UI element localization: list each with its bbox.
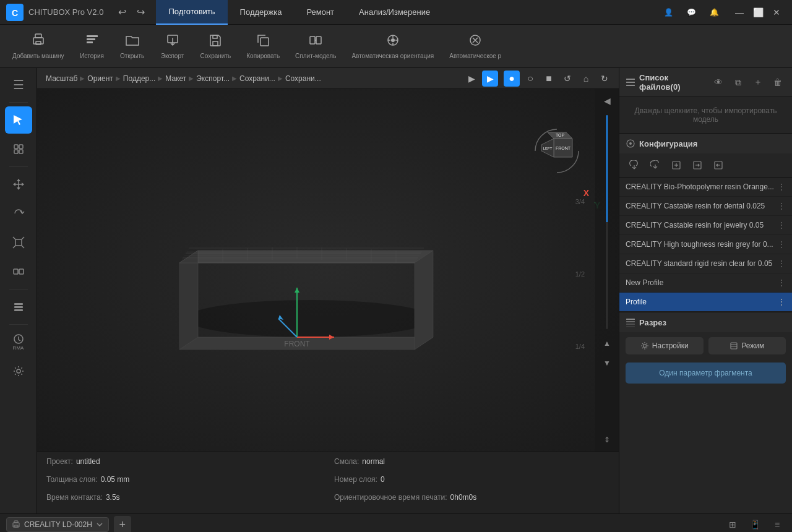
add-machine-button[interactable]: Добавить машину	[6, 29, 71, 63]
breadcrumb-item-orient[interactable]: Ориент	[85, 74, 116, 83]
folder-icon	[125, 33, 140, 51]
svg-rect-11	[213, 35, 217, 38]
svg-text:TOP: TOP	[556, 133, 565, 137]
sidebar-rma-tool[interactable]: RMA	[5, 328, 32, 356]
bc-solid-view[interactable]: ■	[541, 71, 557, 87]
sidebar-layer-tool[interactable]	[5, 293, 32, 320]
breadcrumb-item-scale[interactable]: Масштаб	[43, 74, 80, 83]
profile-item-profile[interactable]: Profile ⋮	[619, 293, 792, 312]
slice-action-button[interactable]: Один параметр фрагмента	[626, 363, 786, 384]
sidebar-select-tool[interactable]	[5, 106, 32, 134]
svg-rect-97	[731, 343, 737, 349]
collapse-right-btn[interactable]: ◀	[598, 92, 616, 109]
3d-viewport[interactable]: FRONT TOP FRONT LEFT	[37, 89, 619, 452]
expand-down-btn[interactable]: ⇕	[598, 431, 616, 448]
profile-item-creality-high[interactable]: CREALITY High toughness resin grey for 0…	[619, 235, 792, 254]
sidebar-rotate-tool[interactable]	[5, 200, 32, 227]
profile-item-creality-bio[interactable]: CREALITY Bio-Photopolymer resin Orange..…	[619, 178, 792, 197]
rp-icon-add[interactable]: ＋	[750, 74, 766, 90]
profile-item-creality-jewelry[interactable]: CREALITY Castable resin for jewelry 0.05…	[619, 216, 792, 235]
sidebar-menu-button[interactable]: ☰	[5, 71, 32, 98]
open-button[interactable]: Открыть	[114, 29, 151, 63]
rp-icon-eye[interactable]: 👁	[710, 74, 726, 90]
breadcrumb-item-support[interactable]: Поддер...	[121, 74, 158, 83]
message-icon-btn[interactable]: 💬	[681, 2, 701, 22]
split-icon	[308, 33, 323, 51]
svg-text:LEFT: LEFT	[543, 147, 553, 150]
sidebar-cursor-tool[interactable]	[5, 135, 32, 163]
profile-item-creality-dental[interactable]: CREALITY Castable resin for dental 0.025…	[619, 197, 792, 216]
svg-marker-26	[17, 179, 20, 181]
bottom-toolbar-btn3[interactable]: ≡	[768, 516, 786, 532]
sidebar-move-tool[interactable]	[5, 171, 32, 198]
close-button[interactable]: ✕	[767, 3, 786, 22]
cfg-add-profile[interactable]	[668, 157, 685, 174]
svg-rect-93	[626, 321, 635, 322]
profile-item-new-profile[interactable]: New Profile ⋮	[619, 273, 792, 293]
view-gizmo[interactable]: TOP FRONT LEFT	[532, 126, 582, 176]
bottom-toolbar-btn1[interactable]: ⊞	[724, 516, 741, 532]
cfg-import-profile[interactable]	[689, 157, 706, 174]
slice-settings-btn[interactable]: Настройки	[626, 337, 704, 354]
slice-header[interactable]: Разрез	[619, 312, 792, 332]
svg-text:FRONT: FRONT	[284, 340, 310, 348]
bc-home-view[interactable]: ⌂	[578, 71, 594, 87]
tab-support[interactable]: Поддержка	[228, 0, 295, 25]
svg-rect-23	[19, 150, 23, 153]
sidebar-scale-tool[interactable]	[5, 229, 32, 256]
titlebar: C CHITUBOX Pro V2.0 ↩ ↪ Подготовить Подд…	[0, 0, 792, 25]
save-button[interactable]: Сохранить	[194, 29, 238, 63]
config-header[interactable]: Конфигурация	[619, 134, 792, 153]
breadcrumb-item-layout[interactable]: Макет	[163, 74, 189, 83]
notification-icon-btn[interactable]: 🔔	[704, 2, 724, 22]
scroll-up-btn[interactable]: ▲	[598, 335, 616, 352]
add-machine-small-btn[interactable]: +	[114, 516, 131, 532]
profile-item-creality-standard[interactable]: CREALITY standard rigid resin clear for …	[619, 254, 792, 273]
auto-orient-button[interactable]: Автоматическая ориентация	[345, 29, 440, 63]
account-icon-btn[interactable]: 👤	[658, 2, 678, 22]
chevron-down-icon	[96, 521, 103, 528]
svg-marker-45	[179, 251, 198, 350]
svg-rect-20	[14, 145, 18, 148]
history-button[interactable]: История	[74, 29, 111, 63]
bc-right-btn[interactable]: ▶	[463, 71, 480, 87]
cfg-cloud-down2[interactable]	[647, 157, 664, 174]
sidebar-split-tool[interactable]	[5, 258, 32, 285]
rp-icon-copy[interactable]: ⧉	[730, 74, 746, 90]
split-model-button[interactable]: Сплит-модель	[289, 29, 342, 63]
tab-repair[interactable]: Ремонт	[294, 0, 346, 25]
svg-marker-29	[22, 182, 24, 186]
svg-line-31	[13, 237, 15, 239]
rp-icon-trash[interactable]: 🗑	[770, 74, 786, 90]
breadcrumb-item-save1[interactable]: Сохрани...	[237, 74, 278, 83]
tab-prepare[interactable]: Подготовить	[156, 0, 227, 25]
scroll-down-btn[interactable]: ▼	[598, 354, 616, 372]
bc-rotate-right[interactable]: ↻	[596, 71, 613, 87]
tab-analyze[interactable]: Анализ/Измерение	[346, 0, 442, 25]
svg-rect-39	[14, 309, 23, 311]
cfg-export-profile[interactable]	[710, 157, 727, 174]
slice-mode-btn[interactable]: Режим	[708, 337, 786, 354]
machine-selector[interactable]: CREALITY LD-002H	[6, 517, 109, 532]
breadcrumb-right: ▶ ▶ ● ○ ■ ↺ ⌂ ↻	[463, 71, 613, 87]
cfg-cloud-down1[interactable]	[626, 157, 643, 174]
slice-action-area: Один параметр фрагмента	[626, 363, 786, 384]
viewport-right-toolbar: ◀ ▲ ▼ ⇕	[595, 89, 619, 452]
bc-sphere-view[interactable]: ●	[504, 71, 520, 87]
maximize-button[interactable]: ⬜	[749, 3, 767, 22]
undo-button[interactable]: ↩	[113, 3, 131, 22]
vertical-scrollbar[interactable]	[606, 115, 608, 329]
export-button[interactable]: Экспорт	[154, 29, 191, 63]
redo-button[interactable]: ↪	[131, 3, 150, 22]
minimize-button[interactable]: —	[730, 3, 749, 22]
auto-support-button[interactable]: Автоматическое р	[443, 29, 507, 63]
breadcrumb-item-save2[interactable]: Сохрани...	[283, 74, 324, 83]
bottom-toolbar-btn2[interactable]: 📱	[746, 516, 764, 532]
svg-rect-35	[14, 269, 18, 274]
breadcrumb-item-export1[interactable]: Экспорт...	[194, 74, 232, 83]
bc-wireframe-view[interactable]: ○	[522, 71, 538, 87]
bc-rotate-left[interactable]: ↺	[559, 71, 575, 87]
sidebar-settings-tool[interactable]	[5, 358, 32, 385]
copy-button[interactable]: Копировать	[240, 29, 286, 63]
bc-play-btn[interactable]: ▶	[482, 71, 498, 87]
